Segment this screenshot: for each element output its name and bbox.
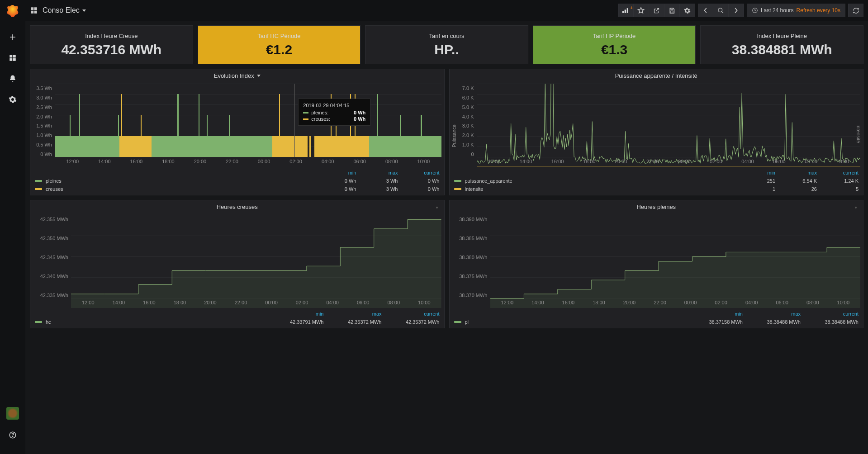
panel-hc[interactable]: Heures creuses 42.355 MWh42.350 MWh42.34… [30, 200, 445, 328]
create-icon[interactable] [5, 30, 20, 44]
y-axis: 42.355 MWh42.350 MWh42.345 MWh42.340 MWh… [33, 215, 71, 308]
row-singlestats: Index Heure Creuse 42.353716 MWh Tarif H… [30, 25, 863, 64]
svg-line-19 [721, 11, 723, 13]
time-range-label: Last 24 hours [761, 7, 794, 14]
row-charts-bottom: Heures creuses 42.355 MWh42.350 MWh42.34… [30, 200, 863, 328]
plot-area[interactable]: 12:0014:0016:0018:0020:0022:0000:0002:00… [490, 215, 861, 308]
clock-icon [752, 7, 758, 14]
legend-item[interactable]: creuses0 Wh3 Wh0 Wh [35, 185, 440, 193]
x-axis: 12:0014:0016:0018:0020:0022:0000:0002:00… [477, 157, 861, 167]
panel-title[interactable]: Puissance apparente / Intensité [450, 69, 863, 82]
legend-item[interactable]: pleines0 Wh3 Wh0 Wh [35, 177, 440, 185]
sidebar [0, 0, 25, 454]
svg-point-7 [12, 436, 13, 437]
y-axis: 3.5 Wh3.0 Wh2.5 Wh2.0 Wh1.5 Wh1.0 Wh0.5 … [33, 84, 55, 167]
legend-item[interactable]: hc42.33791 MWh42.35372 MWh42.35372 MWh [35, 318, 440, 326]
stat-value: 42.353716 MWh [61, 42, 161, 57]
stat-title: Tarif HP Période [593, 33, 636, 39]
help-icon[interactable] [5, 428, 20, 442]
time-forward-button[interactable] [729, 4, 744, 17]
alerting-icon[interactable] [5, 71, 20, 86]
plot-area[interactable]: 12:0014:0016:0018:0020:0022:0000:0002:00… [71, 215, 441, 308]
svg-rect-12 [622, 11, 624, 13]
panel-title[interactable]: Heures creuses [30, 200, 444, 213]
dashboard-body: Index Heure Creuse 42.353716 MWh Tarif H… [25, 21, 868, 454]
svg-rect-3 [13, 55, 16, 57]
dashboards-icon[interactable] [5, 51, 20, 65]
stat-title: Tarif HC Période [257, 33, 300, 39]
svg-rect-4 [9, 58, 12, 61]
legend-item[interactable]: puissance_apparente2516.54 K1.24 K [454, 177, 859, 185]
x-axis: 12:0014:0016:0018:0020:0022:0000:0002:00… [55, 157, 441, 167]
tooltip-time: 2019-03-29 04:04:15 [303, 103, 365, 108]
panel-hp[interactable]: Heures pleines 38.390 MWh38.385 MWh38.38… [449, 200, 864, 328]
legend: minmaxcurrent pleines0 Wh3 Wh0 Wh creuse… [30, 167, 444, 195]
y-axis-label-left: Puissance [451, 124, 457, 147]
stat-value: €1.3 [601, 42, 627, 57]
x-axis: 12:0014:0016:0018:0020:0022:0000:0002:00… [490, 298, 861, 308]
stat-tarif-current[interactable]: Tarif en cours HP.. [365, 25, 528, 64]
plot-area[interactable]: 2019-03-29 04:04:15 pleines:0 Wh creuses… [55, 84, 441, 167]
legend-item[interactable]: intensite1265 [454, 185, 859, 193]
svg-rect-2 [9, 55, 12, 57]
panel-title[interactable]: Evolution Index [30, 69, 444, 82]
share-button[interactable] [649, 4, 664, 17]
time-picker[interactable]: Last 24 hours Refresh every 10s [747, 4, 845, 17]
legend: minmaxcurrent pl38.37158 MWh38.38488 MWh… [450, 308, 863, 328]
panel-title[interactable]: Heures pleines [450, 200, 863, 213]
svg-rect-8 [31, 7, 33, 10]
svg-rect-17 [671, 11, 673, 13]
grafana-logo[interactable] [5, 4, 20, 18]
save-button[interactable] [664, 4, 680, 17]
svg-point-18 [718, 8, 722, 12]
tooltip: 2019-03-29 04:04:15 pleines:0 Wh creuses… [298, 99, 370, 126]
svg-rect-5 [13, 58, 16, 61]
stat-title: Tarif en cours [429, 33, 464, 39]
add-panel-button[interactable]: + [618, 4, 634, 17]
hover-line [294, 84, 295, 157]
panel-power[interactable]: Puissance apparente / Intensité Puissanc… [449, 69, 864, 195]
svg-rect-10 [31, 11, 33, 14]
avatar[interactable] [6, 407, 19, 420]
svg-rect-14 [627, 8, 628, 13]
dashboard-title[interactable]: Conso Elec [43, 6, 86, 14]
legend: minmaxcurrent puissance_apparente2516.54… [450, 167, 863, 195]
stat-title: Index Heure Pleine [757, 33, 807, 39]
refresh-interval-label: Refresh every 10s [797, 7, 840, 14]
star-button[interactable] [634, 4, 649, 17]
stat-tarif-hp[interactable]: Tarif HP Période €1.3 [533, 25, 696, 64]
refresh-button[interactable] [848, 4, 863, 17]
svg-rect-9 [34, 7, 37, 10]
stat-value: HP.. [434, 42, 459, 57]
settings-icon[interactable] [5, 92, 20, 107]
panel-evolution-index[interactable]: Evolution Index 3.5 Wh3.0 Wh2.5 Wh2.0 Wh… [30, 69, 445, 195]
dashboards-icon[interactable] [30, 6, 38, 14]
y-axis: 38.390 MWh38.385 MWh38.380 MWh38.375 MWh… [452, 215, 490, 308]
stat-value: 38.384881 MWh [732, 42, 832, 57]
svg-rect-13 [625, 9, 626, 13]
stat-index-hp[interactable]: Index Heure Pleine 38.384881 MWh [700, 25, 863, 64]
svg-rect-16 [671, 8, 673, 9]
legend-item[interactable]: pl38.37158 MWh38.38488 MWh38.38488 MWh [454, 318, 859, 326]
stat-index-hc[interactable]: Index Heure Creuse 42.353716 MWh [30, 25, 193, 64]
row-charts-top: Evolution Index 3.5 Wh3.0 Wh2.5 Wh2.0 Wh… [30, 69, 863, 195]
stat-tarif-hc[interactable]: Tarif HC Période €1.2 [198, 25, 361, 64]
zoom-out-button[interactable] [713, 4, 729, 17]
legend: minmaxcurrent hc42.33791 MWh42.35372 MWh… [30, 308, 444, 328]
time-back-button[interactable] [698, 4, 713, 17]
stat-title: Index Heure Creuse [85, 33, 138, 39]
svg-marker-15 [638, 7, 644, 13]
y-axis-label-right: Intensité [856, 124, 861, 143]
dashboard-settings-button[interactable] [680, 4, 695, 17]
svg-rect-11 [34, 11, 37, 14]
x-axis: 12:0014:0016:0018:0020:0022:0000:0002:00… [71, 298, 441, 308]
plot-area[interactable]: 12:0014:0016:0018:0020:0022:0000:0002:00… [477, 84, 861, 167]
topbar: Conso Elec + Last 24 hours Refresh every… [25, 0, 868, 21]
stat-value: €1.2 [266, 42, 292, 57]
